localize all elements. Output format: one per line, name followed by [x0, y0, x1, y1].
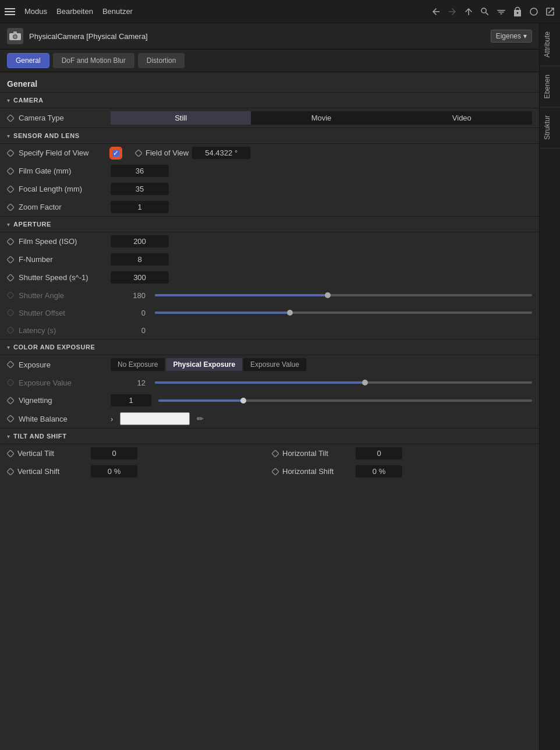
focal-length-row: Focal Length (mm): [0, 180, 539, 198]
horizontal-shift-input[interactable]: [356, 465, 402, 477]
camera-type-movie[interactable]: Movie: [251, 111, 391, 125]
exposure-type-group: No Exposure Physical Exposure Exposure V…: [111, 358, 306, 371]
group-camera-header[interactable]: ▾ CAMERA: [0, 92, 539, 108]
film-speed-label: Film Speed (ISO): [19, 237, 106, 246]
svg-marker-10: [7, 204, 14, 211]
group-sensor-title: SENSOR AND LENS: [13, 132, 80, 139]
shutter-angle-value: 180: [111, 291, 146, 300]
filter-icon[interactable]: [496, 6, 506, 17]
hamburger-menu[interactable]: [5, 8, 15, 15]
svg-marker-15: [7, 309, 14, 316]
shift-row: Vertical Shift Horizontal Shift: [0, 462, 539, 480]
group-aperture-header[interactable]: ▾ APERTURE: [0, 216, 539, 232]
horizontal-tilt-input[interactable]: [356, 447, 402, 459]
shutter-offset-value: 0: [111, 309, 146, 317]
chevron-sensor-icon: ▾: [7, 133, 10, 139]
tab-general[interactable]: General: [7, 53, 49, 68]
panel: General ▾ CAMERA Camera Type Still Movie…: [0, 72, 539, 750]
fov-input[interactable]: [192, 147, 250, 159]
diamond-camera-type-icon: [7, 115, 14, 122]
shutter-speed-input[interactable]: [111, 271, 169, 284]
sidebar-tab-struktur[interactable]: Struktur: [540, 107, 560, 148]
f-number-row: F-Number: [0, 250, 539, 268]
camera-name-label: PhysicalCamera [Physical Camera]: [29, 32, 485, 41]
fov-label: Field of View: [146, 148, 189, 157]
main-content: PhysicalCamera [Physical Camera] Eigenes…: [0, 23, 539, 750]
vignetting-slider[interactable]: [158, 399, 532, 402]
zoom-factor-label: Zoom Factor: [19, 203, 106, 211]
film-speed-input[interactable]: [111, 235, 169, 247]
eyedropper-icon[interactable]: ✏: [197, 414, 204, 423]
vertical-shift-label: Vertical Shift: [17, 467, 87, 476]
exposure-value-slider[interactable]: [155, 381, 532, 384]
title-bar: PhysicalCamera [Physical Camera] Eigenes…: [0, 23, 539, 49]
svg-marker-21: [7, 450, 14, 457]
svg-marker-24: [272, 468, 279, 475]
forward-icon[interactable]: [447, 6, 458, 17]
f-number-label: F-Number: [19, 255, 106, 264]
sidebar-tab-attribute[interactable]: Attribute: [540, 23, 560, 66]
lock-icon[interactable]: [512, 6, 523, 17]
shutter-offset-slider[interactable]: [155, 312, 532, 314]
group-tilt-header[interactable]: ▾ TILT AND SHIFT: [0, 428, 539, 444]
camera-type-group: Still Movie Video: [111, 111, 532, 125]
svg-marker-14: [7, 292, 14, 299]
vertical-tilt-col: Vertical Tilt: [7, 447, 267, 459]
group-tilt-title: TILT AND SHIFT: [13, 433, 66, 440]
back-icon[interactable]: [431, 6, 441, 17]
exposure-no-exposure-btn[interactable]: No Exposure: [111, 358, 165, 371]
toolbar-icons: [431, 6, 555, 17]
focal-length-input[interactable]: [111, 183, 169, 195]
svg-marker-19: [7, 397, 14, 404]
vertical-shift-input[interactable]: [91, 465, 137, 477]
svg-point-0: [530, 8, 537, 15]
exposure-physical-btn[interactable]: Physical Exposure: [166, 358, 242, 371]
group-color-header[interactable]: ▾ COLOR AND EXPOSURE: [0, 339, 539, 355]
diamond-f-number-icon: [7, 256, 14, 263]
latency-label: Latency (s): [19, 326, 106, 335]
specify-fov-label: Specify Field of View: [19, 148, 106, 157]
chevron-tilt-icon: ▾: [7, 433, 10, 440]
camera-type-still[interactable]: Still: [111, 111, 251, 125]
latency-value: 0: [111, 326, 146, 335]
white-balance-color-field[interactable]: [120, 412, 190, 425]
zoom-factor-input[interactable]: [111, 201, 169, 213]
group-color-title: COLOR AND EXPOSURE: [13, 344, 95, 351]
shutter-angle-slider[interactable]: [155, 294, 532, 296]
diamond-wb-icon: [7, 415, 14, 422]
tab-distortion[interactable]: Distortion: [138, 53, 185, 68]
svg-rect-4: [13, 31, 17, 34]
menu-bearbeiten[interactable]: Bearbeiten: [56, 7, 93, 16]
diamond-film-speed-icon: [7, 238, 14, 245]
tilt-row: Vertical Tilt Horizontal Tilt: [0, 444, 539, 462]
svg-marker-18: [7, 379, 14, 386]
svg-marker-6: [7, 150, 14, 157]
film-gate-input[interactable]: [111, 165, 169, 177]
sidebar-tab-ebenen[interactable]: Ebenen: [540, 66, 560, 107]
camera-type-video[interactable]: Video: [392, 111, 532, 125]
f-number-input[interactable]: [111, 253, 169, 266]
group-sensor-header[interactable]: ▾ SENSOR AND LENS: [0, 128, 539, 144]
tab-bar: General DoF and Motion Blur Distortion: [0, 49, 539, 72]
external-link-icon[interactable]: [545, 6, 555, 17]
menu-benutzer[interactable]: Benutzer: [102, 7, 133, 16]
diamond-vignetting-icon: [7, 397, 14, 404]
latency-row: Latency (s) 0: [0, 321, 539, 339]
menu-modus[interactable]: Modus: [24, 7, 47, 16]
diamond-focal-icon: [7, 186, 14, 193]
vignetting-input[interactable]: [111, 394, 151, 406]
svg-marker-8: [7, 168, 14, 175]
diamond-shutter-speed-icon: [7, 274, 14, 281]
film-gate-row: Film Gate (mm): [0, 162, 539, 180]
specify-fov-checkbox[interactable]: [111, 148, 121, 158]
menu-bar: Modus Bearbeiten Benutzer: [0, 0, 560, 23]
exposure-value-btn[interactable]: Exposure Value: [243, 358, 306, 371]
group-aperture-title: APERTURE: [13, 221, 51, 228]
vertical-tilt-input[interactable]: [91, 447, 137, 459]
shutter-angle-row: Shutter Angle 180: [0, 286, 539, 304]
up-icon[interactable]: [463, 6, 474, 17]
preset-select[interactable]: Eigenes ▾: [491, 30, 532, 43]
tab-dof[interactable]: DoF and Motion Blur: [53, 53, 134, 68]
record-icon[interactable]: [529, 6, 539, 17]
search-icon[interactable]: [480, 6, 490, 17]
